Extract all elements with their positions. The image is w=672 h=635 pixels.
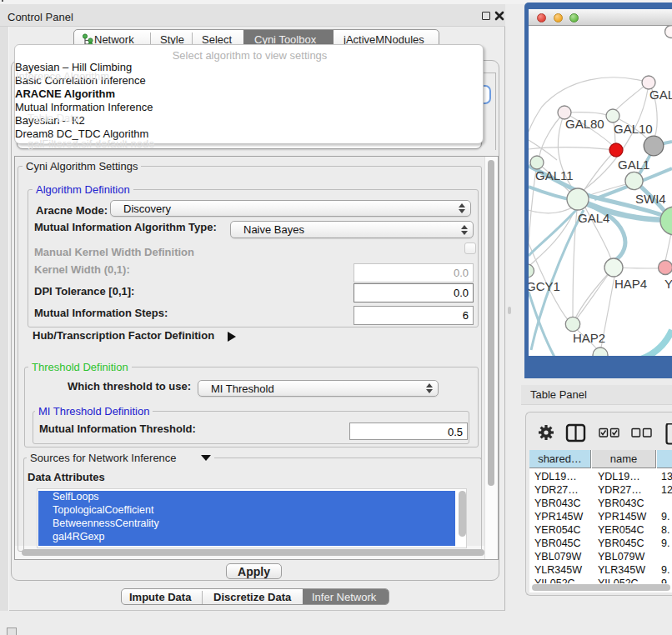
svg-text:GCY1: GCY1 [529,279,560,293]
svg-text:GAL11: GAL11 [535,168,574,182]
svg-text:GAL80: GAL80 [565,117,604,131]
svg-text:Y: Y [664,277,672,291]
svg-text:HAP2: HAP2 [573,331,605,345]
svg-text:GAL4: GAL4 [578,211,609,225]
svg-text:SWI4: SWI4 [635,192,666,206]
svg-text:GAL10: GAL10 [614,122,653,136]
svg-text:GAL1: GAL1 [618,158,649,172]
svg-text:GAL2: GAL2 [649,88,672,102]
svg-text:HAP4: HAP4 [614,277,647,291]
